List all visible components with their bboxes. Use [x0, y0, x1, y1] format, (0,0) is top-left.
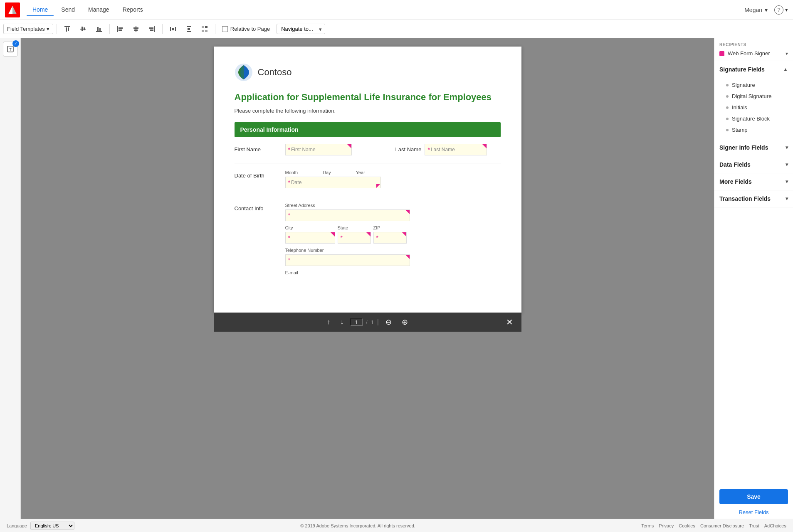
field-corner-marker-7 — [402, 232, 406, 236]
nav-send[interactable]: Send — [55, 4, 81, 16]
align-middle-v-button[interactable] — [76, 24, 90, 34]
trust-link[interactable]: Trust — [749, 523, 759, 528]
nav-home[interactable]: Home — [27, 4, 54, 16]
nav-manage[interactable]: Manage — [82, 4, 115, 16]
distribute-h-button[interactable] — [166, 24, 180, 34]
main-layout: T ✓ Contoso Application for Supplemental… — [0, 38, 793, 519]
align-left-button[interactable] — [113, 24, 127, 34]
cookies-link[interactable]: Cookies — [679, 523, 695, 528]
signature-item[interactable]: Signature — [721, 79, 793, 91]
last-name-field[interactable]: * Last Name — [425, 144, 487, 155]
svg-rect-2 — [64, 26, 70, 27]
transaction-fields-header[interactable]: Transaction Fields ▾ — [714, 190, 793, 207]
right-panel: RECIPIENTS Web Form Signer ▾ Signature F… — [714, 38, 793, 519]
field-corner-marker-2 — [482, 144, 487, 148]
recipients-section: RECIPIENTS Web Form Signer ▾ — [714, 38, 793, 61]
field-corner-marker — [347, 144, 351, 148]
phone-field[interactable]: * — [285, 254, 410, 266]
footer-links: Terms Privacy Cookies Consumer Disclosur… — [641, 523, 786, 528]
document: Contoso Application for Supplemental Lif… — [214, 47, 521, 313]
align-center-h-icon — [132, 25, 140, 33]
digital-signature-item[interactable]: Digital Signature — [721, 91, 793, 102]
left-panel-tool-button[interactable]: T ✓ — [3, 42, 18, 57]
save-button[interactable]: Save — [719, 489, 788, 504]
navigate-dropdown[interactable]: Navigate to... — [277, 24, 325, 34]
footer-language: Language English: US — [7, 522, 74, 530]
city-field[interactable]: * — [285, 232, 335, 244]
required-indicator-7: * — [376, 234, 378, 241]
svg-rect-10 — [99, 28, 101, 31]
align-right-button[interactable] — [145, 24, 159, 34]
contoso-logo-icon — [235, 63, 253, 81]
separator-3 — [162, 24, 163, 34]
doc-title: Application for Supplemental Life Insura… — [235, 91, 501, 103]
recipient-name: Web Form Signer — [728, 50, 770, 57]
page-up-button[interactable]: ↑ — [324, 317, 334, 328]
svg-rect-16 — [134, 30, 138, 31]
relative-to-page-checkbox[interactable] — [222, 26, 228, 32]
svg-rect-14 — [136, 26, 136, 32]
close-button[interactable]: ✕ — [506, 317, 513, 327]
svg-rect-21 — [175, 27, 176, 31]
distribute-v-icon — [185, 25, 193, 33]
relative-to-page-control[interactable]: Relative to Page — [222, 26, 270, 32]
tool-badge: ✓ — [12, 40, 19, 47]
resize-button[interactable] — [198, 24, 212, 34]
signature-fields-header[interactable]: Signature Fields ▲ — [714, 61, 793, 78]
recipient-info: Web Form Signer — [719, 50, 770, 57]
recipient-expand-icon[interactable]: ▾ — [786, 51, 788, 57]
more-fields-header[interactable]: More Fields ▾ — [714, 173, 793, 190]
nav-reports[interactable]: Reports — [117, 4, 149, 16]
align-center-h-button[interactable] — [129, 24, 143, 34]
initials-item[interactable]: Initials — [721, 102, 793, 113]
align-top-button[interactable] — [60, 24, 74, 34]
date-placeholder: Date — [291, 180, 301, 185]
align-bottom-button[interactable] — [92, 24, 106, 34]
page-divider: / — [366, 319, 368, 325]
svg-rect-11 — [117, 26, 118, 32]
svg-rect-3 — [66, 27, 67, 32]
copyright-text: © 2019 Adobe Systems Incorporated. All r… — [300, 523, 415, 528]
stamp-item[interactable]: Stamp — [721, 124, 793, 135]
data-fields-header[interactable]: Data Fields ▾ — [714, 156, 793, 173]
city-state-zip-labels: City State ZIP — [285, 225, 410, 230]
help-button[interactable]: ? ▾ — [774, 5, 788, 15]
distribute-v-button[interactable] — [182, 24, 196, 34]
user-menu[interactable]: Megan ▾ — [744, 7, 768, 13]
svg-marker-1 — [12, 6, 17, 14]
language-select[interactable]: English: US — [30, 522, 74, 530]
help-chevron-icon: ▾ — [785, 7, 788, 13]
page-number-input[interactable]: 1 — [350, 318, 363, 326]
last-name-label: Last Name — [395, 146, 422, 153]
field-templates-dropdown[interactable]: Field Templates ▾ — [3, 24, 53, 34]
recipient-color-dot — [719, 51, 724, 56]
svg-rect-15 — [133, 27, 138, 29]
svg-rect-27 — [205, 26, 208, 28]
required-indicator-4: * — [288, 212, 290, 219]
page-down-button[interactable]: ↓ — [337, 317, 347, 328]
right-panel-spacer — [714, 207, 793, 484]
signer-info-header[interactable]: Signer Info Fields ▾ — [714, 139, 793, 156]
zoom-out-button[interactable]: ⊖ — [382, 317, 395, 328]
first-name-field[interactable]: * First Name — [285, 144, 352, 155]
signature-block-item[interactable]: Signature Block — [721, 113, 793, 124]
dob-label: Date of Birth — [235, 170, 280, 179]
recipient-row: Web Form Signer ▾ — [719, 50, 788, 57]
dob-sublabels: Month Day Year — [285, 170, 381, 175]
date-field[interactable]: * Date — [285, 177, 381, 188]
terms-link[interactable]: Terms — [641, 523, 654, 528]
state-field[interactable]: * — [338, 232, 371, 244]
consumer-disclosure-link[interactable]: Consumer Disclosure — [700, 523, 744, 528]
adchoices-link[interactable]: AdChoices — [764, 523, 786, 528]
stamp-item-label: Stamp — [732, 127, 748, 133]
reset-fields-button[interactable]: Reset Fields — [714, 509, 793, 519]
privacy-link[interactable]: Privacy — [659, 523, 674, 528]
user-name: Megan — [744, 7, 762, 13]
street-field[interactable]: * — [285, 209, 410, 221]
svg-rect-7 — [84, 27, 85, 30]
data-fields-section: Data Fields ▾ — [714, 156, 793, 173]
zip-field[interactable]: * — [373, 232, 407, 244]
signature-fields-body: Signature Digital Signature Initials Sig… — [714, 78, 793, 139]
relative-to-page-label: Relative to Page — [230, 26, 270, 32]
zoom-in-button[interactable]: ⊕ — [398, 317, 411, 328]
